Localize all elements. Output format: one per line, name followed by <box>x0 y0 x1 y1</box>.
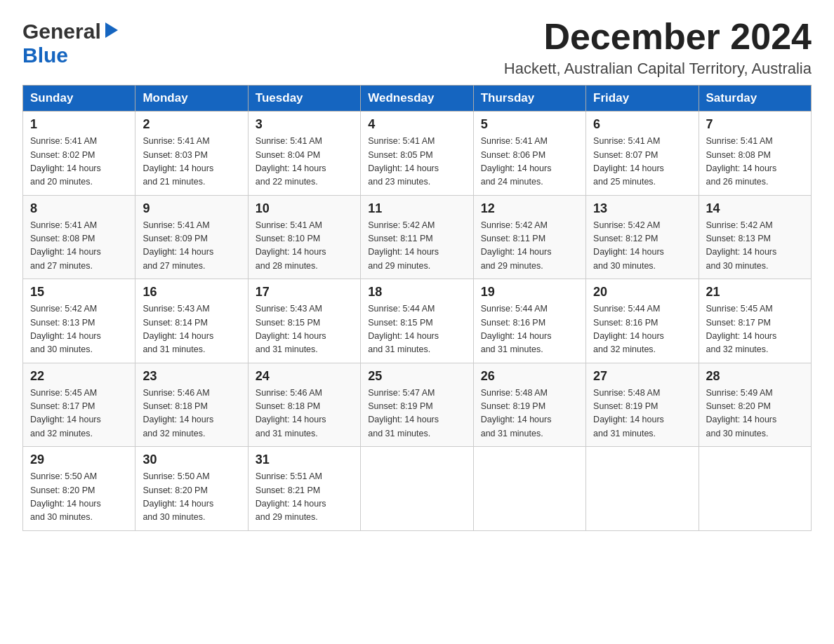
calendar-table: SundayMondayTuesdayWednesdayThursdayFrid… <box>22 85 812 531</box>
calendar-cell: 3Sunrise: 5:41 AMSunset: 8:04 PMDaylight… <box>248 112 360 196</box>
calendar-cell: 4Sunrise: 5:41 AMSunset: 8:05 PMDaylight… <box>361 112 473 196</box>
day-number: 31 <box>256 452 353 467</box>
day-number: 10 <box>256 201 353 216</box>
day-info: Sunrise: 5:51 AMSunset: 8:21 PMDaylight:… <box>256 470 353 525</box>
day-info: Sunrise: 5:42 AMSunset: 8:12 PMDaylight:… <box>593 219 691 274</box>
day-info: Sunrise: 5:48 AMSunset: 8:19 PMDaylight:… <box>481 387 578 441</box>
day-info: Sunrise: 5:41 AMSunset: 8:02 PMDaylight:… <box>30 135 128 189</box>
day-info: Sunrise: 5:41 AMSunset: 8:07 PMDaylight:… <box>593 135 691 189</box>
day-info: Sunrise: 5:50 AMSunset: 8:20 PMDaylight:… <box>143 470 240 525</box>
calendar-cell: 10Sunrise: 5:41 AMSunset: 8:10 PMDayligh… <box>248 195 360 279</box>
day-info: Sunrise: 5:45 AMSunset: 8:17 PMDaylight:… <box>30 387 128 441</box>
logo-word1: General <box>22 20 101 43</box>
logo-word2: Blue <box>22 43 68 67</box>
day-number: 24 <box>256 369 353 384</box>
day-number: 17 <box>256 285 353 300</box>
location-title: Hackett, Australian Capital Territory, A… <box>504 60 812 78</box>
header-sunday: Sunday <box>23 86 135 112</box>
calendar-cell: 2Sunrise: 5:41 AMSunset: 8:03 PMDaylight… <box>135 112 248 196</box>
day-info: Sunrise: 5:41 AMSunset: 8:04 PMDaylight:… <box>256 135 353 189</box>
day-info: Sunrise: 5:46 AMSunset: 8:18 PMDaylight:… <box>256 387 353 441</box>
day-number: 21 <box>706 285 804 300</box>
day-number: 16 <box>143 285 240 300</box>
calendar-cell: 13Sunrise: 5:42 AMSunset: 8:12 PMDayligh… <box>586 195 699 279</box>
calendar-cell: 31Sunrise: 5:51 AMSunset: 8:21 PMDayligh… <box>248 447 360 531</box>
day-info: Sunrise: 5:45 AMSunset: 8:17 PMDaylight:… <box>706 302 804 357</box>
week-row-4: 22Sunrise: 5:45 AMSunset: 8:17 PMDayligh… <box>23 363 812 447</box>
header-wednesday: Wednesday <box>361 86 473 112</box>
day-info: Sunrise: 5:42 AMSunset: 8:11 PMDaylight:… <box>368 219 465 274</box>
day-info: Sunrise: 5:41 AMSunset: 8:06 PMDaylight:… <box>481 135 578 189</box>
day-number: 28 <box>706 369 804 384</box>
day-number: 26 <box>481 369 578 384</box>
calendar-cell: 14Sunrise: 5:42 AMSunset: 8:13 PMDayligh… <box>699 195 811 279</box>
day-number: 6 <box>593 117 691 132</box>
day-info: Sunrise: 5:43 AMSunset: 8:15 PMDaylight:… <box>256 302 353 357</box>
day-info: Sunrise: 5:50 AMSunset: 8:20 PMDaylight:… <box>30 470 128 525</box>
title-area: December 2024 Hackett, Australian Capita… <box>504 17 812 78</box>
day-info: Sunrise: 5:44 AMSunset: 8:16 PMDaylight:… <box>593 302 691 357</box>
calendar-cell: 12Sunrise: 5:42 AMSunset: 8:11 PMDayligh… <box>473 195 585 279</box>
calendar-cell: 19Sunrise: 5:44 AMSunset: 8:16 PMDayligh… <box>473 279 585 363</box>
month-title: December 2024 <box>504 17 812 57</box>
day-info: Sunrise: 5:41 AMSunset: 8:10 PMDaylight:… <box>256 219 353 274</box>
calendar-cell <box>473 447 585 531</box>
day-number: 2 <box>143 117 240 132</box>
day-number: 30 <box>143 452 240 467</box>
header-saturday: Saturday <box>699 86 811 112</box>
calendar-cell: 23Sunrise: 5:46 AMSunset: 8:18 PMDayligh… <box>135 363 248 447</box>
day-info: Sunrise: 5:44 AMSunset: 8:16 PMDaylight:… <box>481 302 578 357</box>
day-number: 25 <box>368 369 465 384</box>
day-number: 14 <box>706 201 804 216</box>
week-row-1: 1Sunrise: 5:41 AMSunset: 8:02 PMDaylight… <box>23 112 812 196</box>
header-row: SundayMondayTuesdayWednesdayThursdayFrid… <box>23 86 812 112</box>
day-info: Sunrise: 5:49 AMSunset: 8:20 PMDaylight:… <box>706 387 804 441</box>
day-info: Sunrise: 5:48 AMSunset: 8:19 PMDaylight:… <box>593 387 691 441</box>
day-number: 29 <box>30 452 128 467</box>
day-info: Sunrise: 5:47 AMSunset: 8:19 PMDaylight:… <box>368 387 465 441</box>
calendar-cell: 8Sunrise: 5:41 AMSunset: 8:08 PMDaylight… <box>23 195 135 279</box>
calendar-cell: 20Sunrise: 5:44 AMSunset: 8:16 PMDayligh… <box>586 279 699 363</box>
day-number: 3 <box>256 117 353 132</box>
calendar-cell: 18Sunrise: 5:44 AMSunset: 8:15 PMDayligh… <box>361 279 473 363</box>
day-number: 20 <box>593 285 691 300</box>
day-info: Sunrise: 5:41 AMSunset: 8:09 PMDaylight:… <box>143 219 240 274</box>
day-number: 7 <box>706 117 804 132</box>
header-monday: Monday <box>135 86 248 112</box>
logo-arrow-icon <box>105 22 118 38</box>
calendar-cell <box>586 447 699 531</box>
header-friday: Friday <box>586 86 699 112</box>
calendar-cell: 25Sunrise: 5:47 AMSunset: 8:19 PMDayligh… <box>361 363 473 447</box>
week-row-5: 29Sunrise: 5:50 AMSunset: 8:20 PMDayligh… <box>23 447 812 531</box>
calendar-cell: 22Sunrise: 5:45 AMSunset: 8:17 PMDayligh… <box>23 363 135 447</box>
day-number: 18 <box>368 285 465 300</box>
calendar-cell: 1Sunrise: 5:41 AMSunset: 8:02 PMDaylight… <box>23 112 135 196</box>
calendar-cell: 24Sunrise: 5:46 AMSunset: 8:18 PMDayligh… <box>248 363 360 447</box>
day-number: 5 <box>481 117 578 132</box>
page-header: General Blue December 2024 Hackett, Aust… <box>22 17 812 78</box>
day-number: 12 <box>481 201 578 216</box>
calendar-cell: 30Sunrise: 5:50 AMSunset: 8:20 PMDayligh… <box>135 447 248 531</box>
day-number: 9 <box>143 201 240 216</box>
day-info: Sunrise: 5:42 AMSunset: 8:13 PMDaylight:… <box>30 302 128 357</box>
header-tuesday: Tuesday <box>248 86 360 112</box>
day-number: 11 <box>368 201 465 216</box>
day-number: 4 <box>368 117 465 132</box>
calendar-cell: 29Sunrise: 5:50 AMSunset: 8:20 PMDayligh… <box>23 447 135 531</box>
calendar-cell: 15Sunrise: 5:42 AMSunset: 8:13 PMDayligh… <box>23 279 135 363</box>
calendar-cell: 26Sunrise: 5:48 AMSunset: 8:19 PMDayligh… <box>473 363 585 447</box>
day-info: Sunrise: 5:42 AMSunset: 8:11 PMDaylight:… <box>481 219 578 274</box>
calendar-cell: 7Sunrise: 5:41 AMSunset: 8:08 PMDaylight… <box>699 112 811 196</box>
calendar-cell: 16Sunrise: 5:43 AMSunset: 8:14 PMDayligh… <box>135 279 248 363</box>
day-number: 19 <box>481 285 578 300</box>
calendar-cell: 11Sunrise: 5:42 AMSunset: 8:11 PMDayligh… <box>361 195 473 279</box>
day-number: 1 <box>30 117 128 132</box>
header-thursday: Thursday <box>473 86 585 112</box>
calendar-cell: 17Sunrise: 5:43 AMSunset: 8:15 PMDayligh… <box>248 279 360 363</box>
calendar-cell: 28Sunrise: 5:49 AMSunset: 8:20 PMDayligh… <box>699 363 811 447</box>
day-info: Sunrise: 5:42 AMSunset: 8:13 PMDaylight:… <box>706 219 804 274</box>
week-row-2: 8Sunrise: 5:41 AMSunset: 8:08 PMDaylight… <box>23 195 812 279</box>
day-info: Sunrise: 5:43 AMSunset: 8:14 PMDaylight:… <box>143 302 240 357</box>
calendar-cell: 27Sunrise: 5:48 AMSunset: 8:19 PMDayligh… <box>586 363 699 447</box>
day-info: Sunrise: 5:44 AMSunset: 8:15 PMDaylight:… <box>368 302 465 357</box>
